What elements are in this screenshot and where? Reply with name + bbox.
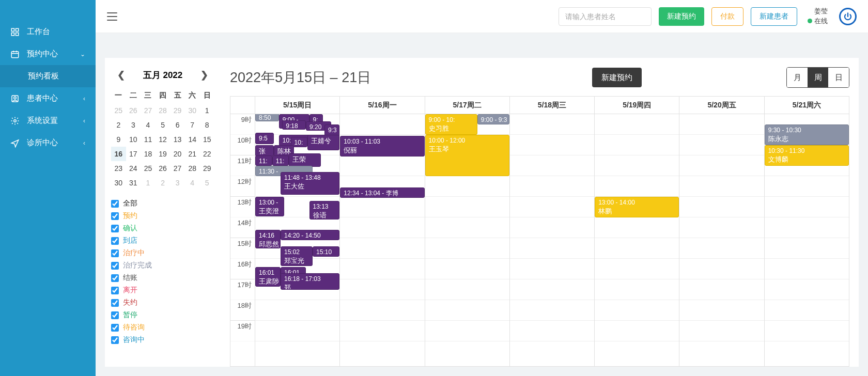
mini-cal-prev[interactable]: ❮ xyxy=(114,68,128,82)
appointment-event[interactable]: 10:30 - 11:30文博麟 xyxy=(765,145,849,166)
appointment-event[interactable]: 11:48 - 13:48王大佐 xyxy=(281,172,339,195)
day-column[interactable]: 10:03 - 11:03倪丽12:34 - 13:04 - 李博 xyxy=(340,114,425,366)
view-month-button[interactable]: 月 xyxy=(787,68,808,87)
appointment-event[interactable]: 9:00 - 9:3 xyxy=(477,114,509,124)
new-patient-button[interactable]: 新建患者 xyxy=(751,7,797,26)
appointment-event[interactable]: 16:18 - 17:03郑 xyxy=(281,273,339,290)
mini-cal-day[interactable]: 29 xyxy=(170,103,185,118)
mini-cal-day[interactable]: 2 xyxy=(156,176,171,190)
appointment-event[interactable]: 9:30 - 10:30陈永志 xyxy=(765,124,849,145)
mini-cal-day[interactable]: 4 xyxy=(141,118,156,132)
mini-cal-day[interactable]: 15 xyxy=(199,132,214,147)
filter-item[interactable]: 暂停 xyxy=(111,309,214,321)
appointment-event[interactable]: 13:00 - 14:00林鹏 xyxy=(595,197,679,217)
filter-checkbox[interactable] xyxy=(111,225,119,232)
view-day-button[interactable]: 日 xyxy=(828,68,849,87)
mini-cal-day[interactable]: 28 xyxy=(185,161,200,176)
mini-cal-day[interactable]: 2 xyxy=(111,118,126,132)
mini-cal-day[interactable]: 23 xyxy=(111,161,126,176)
filter-checkbox[interactable] xyxy=(111,212,119,220)
mini-cal-day[interactable]: 25 xyxy=(141,161,156,176)
power-icon[interactable] xyxy=(839,8,857,25)
day-column[interactable] xyxy=(510,114,595,366)
mini-cal-day[interactable]: 18 xyxy=(141,147,156,161)
filter-checkbox[interactable] xyxy=(111,237,119,245)
filter-item[interactable]: 结账 xyxy=(111,272,214,284)
mini-cal-day[interactable]: 4 xyxy=(185,176,200,190)
calendar-new-appointment-button[interactable]: 新建预约 xyxy=(592,68,642,87)
mini-cal-day[interactable]: 14 xyxy=(185,132,200,147)
mini-cal-day[interactable]: 1 xyxy=(141,176,156,190)
filter-checkbox[interactable] xyxy=(111,249,119,257)
filter-item[interactable]: 离开 xyxy=(111,284,214,296)
mini-cal-day[interactable]: 13 xyxy=(170,132,185,147)
appointment-event[interactable]: 13:00 -王奕澄 xyxy=(255,197,284,216)
filter-item[interactable]: 咨询中 xyxy=(111,334,214,346)
sidebar-subitem[interactable]: 预约看板 xyxy=(0,65,96,87)
appointment-event[interactable]: 王荣 xyxy=(289,153,321,167)
mini-cal-day[interactable]: 11 xyxy=(141,132,156,147)
appointment-event[interactable]: 11: xyxy=(255,155,272,166)
day-column[interactable] xyxy=(679,114,764,366)
mini-cal-day[interactable]: 24 xyxy=(126,161,141,176)
mini-cal-day[interactable]: 5 xyxy=(156,118,171,132)
mini-cal-day[interactable]: 5 xyxy=(199,176,214,190)
appointment-event[interactable]: 10:03 - 11:03倪丽 xyxy=(340,136,424,156)
sidebar-item-clinic[interactable]: 诊所中心‹ xyxy=(0,132,96,154)
filter-checkbox[interactable] xyxy=(111,262,119,270)
appointment-event[interactable]: 14:16邱思然 xyxy=(255,230,281,248)
filter-item[interactable]: 预约 xyxy=(111,210,214,222)
appointment-event[interactable]: 12:34 - 13:04 - 李博 xyxy=(340,187,424,198)
filter-checkbox[interactable] xyxy=(111,200,119,208)
appointment-event[interactable]: 王婧兮 xyxy=(307,135,339,150)
filter-checkbox[interactable] xyxy=(111,299,119,307)
mini-cal-day[interactable]: 16 xyxy=(111,147,126,161)
filter-checkbox[interactable] xyxy=(111,287,119,294)
sidebar-item-calendar[interactable]: 预约中心⌄ xyxy=(0,43,96,65)
mini-cal-day[interactable]: 29 xyxy=(199,161,214,176)
mini-cal-day[interactable]: 25 xyxy=(111,103,126,118)
day-column[interactable]: 9:30 - 10:30陈永志10:30 - 11:30文博麟 xyxy=(765,114,849,366)
appointment-event[interactable]: 9:5 xyxy=(255,133,274,144)
calendar-body[interactable]: 9时10时11时12时13时14时15时16时17时18时19时 8:509:0… xyxy=(230,114,849,366)
appointment-event[interactable]: 10:00 - 12:00王玉琴 xyxy=(425,135,509,176)
mini-cal-day[interactable]: 26 xyxy=(156,161,171,176)
mini-cal-day[interactable]: 27 xyxy=(170,161,185,176)
appointment-event[interactable]: 13:13徐语 xyxy=(309,201,340,220)
appointment-event[interactable]: 9:00 - 10:史习胜 xyxy=(425,114,477,135)
filter-checkbox[interactable] xyxy=(111,274,119,282)
appointment-event[interactable]: 14:20 - 14:50 xyxy=(281,230,339,240)
mini-cal-day[interactable]: 28 xyxy=(156,103,171,118)
filter-item[interactable]: 失约 xyxy=(111,296,214,309)
day-column[interactable]: 13:00 - 14:00林鹏 xyxy=(595,114,679,366)
new-appointment-button[interactable]: 新建预约 xyxy=(659,7,704,26)
mini-cal-day[interactable]: 6 xyxy=(170,118,185,132)
mini-cal-day[interactable]: 27 xyxy=(141,103,156,118)
appointment-event[interactable]: 15:10 xyxy=(313,246,339,257)
appointment-event[interactable]: 16:01王肃陟 xyxy=(255,267,281,287)
mini-cal-day[interactable]: 1 xyxy=(199,103,214,118)
filter-item[interactable]: 待咨询 xyxy=(111,321,214,334)
mini-cal-day[interactable]: 7 xyxy=(185,118,200,132)
menu-toggle-icon[interactable] xyxy=(107,12,117,21)
appointment-event[interactable]: 9:18 xyxy=(282,120,306,130)
sidebar-item-settings[interactable]: 系统设置‹ xyxy=(0,109,96,132)
filter-item[interactable]: 治疗完成 xyxy=(111,259,214,272)
mini-cal-day[interactable]: 8 xyxy=(199,118,214,132)
mini-cal-day[interactable]: 3 xyxy=(126,118,141,132)
filter-item[interactable]: 到店 xyxy=(111,234,214,247)
appointment-event[interactable]: 张 xyxy=(255,145,274,156)
mini-cal-next[interactable]: ❯ xyxy=(197,68,211,82)
filter-checkbox[interactable] xyxy=(111,324,119,332)
sidebar-item-patients[interactable]: 患者中心‹ xyxy=(0,87,96,109)
mini-cal-day[interactable]: 30 xyxy=(111,176,126,190)
mini-cal-day[interactable]: 21 xyxy=(185,147,200,161)
appointment-event[interactable]: 8:50 xyxy=(255,114,279,121)
day-column[interactable]: 9:00 - 10:史习胜9:00 - 9:310:00 - 12:00王玉琴 xyxy=(425,114,510,366)
filter-checkbox[interactable] xyxy=(111,311,119,319)
mini-cal-day[interactable]: 22 xyxy=(199,147,214,161)
mini-cal-day[interactable]: 20 xyxy=(170,147,185,161)
view-week-button[interactable]: 周 xyxy=(808,68,828,87)
mini-cal-day[interactable]: 17 xyxy=(126,147,141,161)
appointment-event[interactable]: 15:02郑宝光 xyxy=(281,246,313,266)
